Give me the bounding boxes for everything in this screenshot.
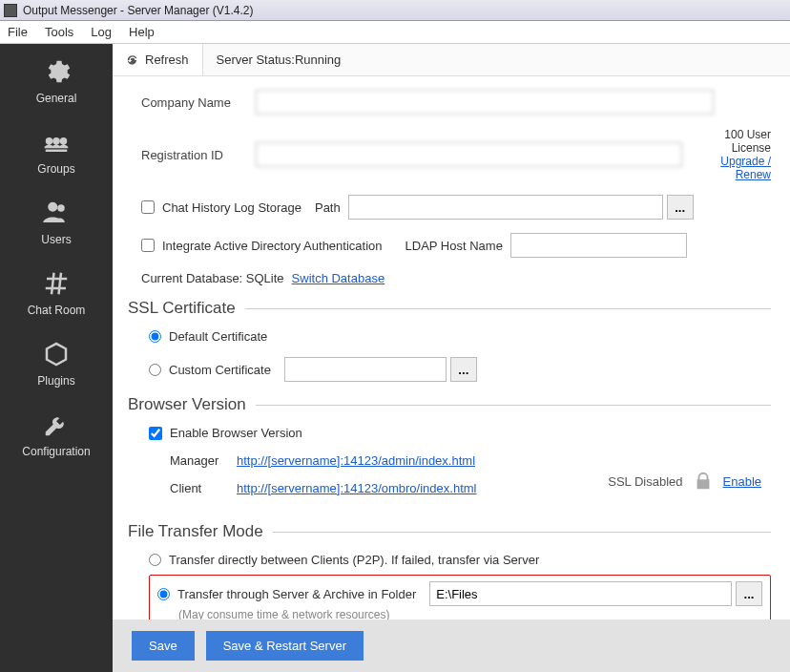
form-area: Company Name Registration ID 100 User Li…	[113, 76, 790, 620]
enable-browser-label: Enable Browser Version	[170, 426, 302, 440]
registration-input[interactable]	[256, 142, 682, 167]
window-titlebar: Output Messenger - Server Manager (V1.4.…	[0, 0, 790, 21]
transfer-server-radio[interactable]	[157, 588, 170, 600]
switch-db-link[interactable]: Switch Database	[292, 271, 385, 285]
ldap-host-input[interactable]	[510, 233, 687, 258]
transfer-p2p-label: Transfer directly between Clients (P2P).…	[169, 553, 539, 567]
adauth-checkbox[interactable]	[141, 239, 155, 252]
enable-ssl-link[interactable]: Enable	[723, 474, 761, 489]
ssl-section-title: SSL Certificate	[128, 299, 236, 318]
ssl-cert-path-input[interactable]	[284, 357, 447, 382]
sidebar-item-configuration[interactable]: Configuration	[0, 397, 113, 468]
ssl-custom-radio[interactable]	[149, 364, 161, 376]
manager-url-link[interactable]: http://[servername]:14123/admin/index.ht…	[237, 453, 475, 468]
content-pane: Refresh Server Status: Running Company N…	[113, 44, 790, 672]
sidebar-item-label: Users	[41, 233, 71, 246]
transfer-browse-button[interactable]: ...	[736, 581, 762, 606]
sidebar-item-groups[interactable]: Groups	[0, 115, 113, 185]
users-icon	[42, 199, 71, 227]
divider	[256, 405, 771, 406]
content-toolbar: Refresh Server Status: Running	[113, 44, 790, 76]
gear-icon	[42, 57, 71, 86]
registration-label: Registration ID	[141, 148, 256, 162]
sidebar-item-plugins[interactable]: Plugins	[0, 326, 113, 397]
groups-icon	[42, 128, 71, 157]
ldap-label: LDAP Host Name	[405, 239, 503, 253]
ssl-default-radio[interactable]	[149, 330, 161, 343]
sidebar: General Groups Users Chat Room Plugins C…	[0, 44, 113, 672]
sidebar-item-general[interactable]: General	[0, 44, 113, 115]
status-label: Server Status:	[217, 52, 295, 67]
sidebar-item-users[interactable]: Users	[0, 185, 113, 256]
manager-label: Manager	[170, 453, 237, 468]
ssl-default-label: Default Certificate	[169, 329, 267, 344]
plugin-icon	[42, 340, 71, 368]
menubar: File Tools Log Help	[0, 21, 790, 44]
sidebar-item-label: Configuration	[22, 445, 90, 458]
chatlog-path-input[interactable]	[348, 195, 663, 220]
client-label: Client	[170, 481, 237, 495]
menu-tools[interactable]: Tools	[45, 25, 73, 39]
ssl-disabled-label: SSL Disabled	[608, 474, 682, 489]
transfer-p2p-radio[interactable]	[149, 554, 161, 566]
refresh-button[interactable]: Refresh	[113, 44, 203, 75]
menu-file[interactable]: File	[8, 25, 28, 39]
menu-log[interactable]: Log	[91, 25, 112, 39]
chatlog-browse-button[interactable]: ...	[667, 195, 694, 220]
server-status: Server Status: Running	[203, 44, 355, 75]
browser-section-title: Browser Version	[128, 395, 246, 414]
refresh-icon	[126, 53, 139, 67]
sidebar-item-label: Chat Room	[28, 304, 86, 317]
ssl-custom-label: Custom Certificate	[169, 363, 271, 377]
client-url-link[interactable]: http://[servername]:14123/ombro/index.ht…	[237, 481, 476, 495]
current-db-label: Current Database: SQLite	[141, 271, 284, 285]
app-icon	[4, 4, 17, 17]
company-input[interactable]	[256, 90, 714, 115]
menu-help[interactable]: Help	[129, 25, 155, 39]
divider	[245, 308, 771, 309]
transfer-section-title: File Transfer Mode	[128, 522, 263, 541]
save-button[interactable]: Save	[132, 631, 195, 661]
sidebar-item-chatroom[interactable]: Chat Room	[0, 256, 113, 326]
enable-browser-checkbox[interactable]	[149, 427, 162, 440]
company-label: Company Name	[141, 95, 256, 110]
sidebar-item-label: Groups	[37, 162, 74, 176]
transfer-folder-input[interactable]	[429, 581, 732, 606]
sidebar-item-label: Plugins	[37, 374, 74, 388]
sidebar-item-label: General	[36, 92, 77, 105]
upgrade-link[interactable]: Upgrade / Renew	[720, 155, 771, 181]
hash-icon	[42, 269, 71, 298]
lock-icon	[693, 469, 714, 494]
chatlog-checkbox[interactable]	[141, 200, 155, 214]
refresh-label: Refresh	[145, 52, 189, 67]
adauth-label: Integrate Active Directory Authenticatio…	[162, 239, 383, 253]
divider	[273, 532, 771, 533]
tools-icon	[42, 410, 71, 439]
chatlog-label: Chat History Log Storage	[162, 200, 301, 215]
ssl-browse-button[interactable]: ...	[450, 357, 477, 382]
status-value: Running	[295, 52, 341, 67]
window-title: Output Messenger - Server Manager (V1.4.…	[23, 4, 253, 17]
save-restart-button[interactable]: Save & Restart Server	[206, 631, 364, 661]
footer-bar: Save Save & Restart Server	[113, 620, 790, 672]
transfer-server-label: Transfer through Server & Archive in Fol…	[177, 587, 416, 601]
transfer-note: (May consume time & network resources)	[178, 608, 762, 620]
path-label: Path	[315, 200, 341, 215]
license-text: 100 User License	[682, 128, 771, 155]
